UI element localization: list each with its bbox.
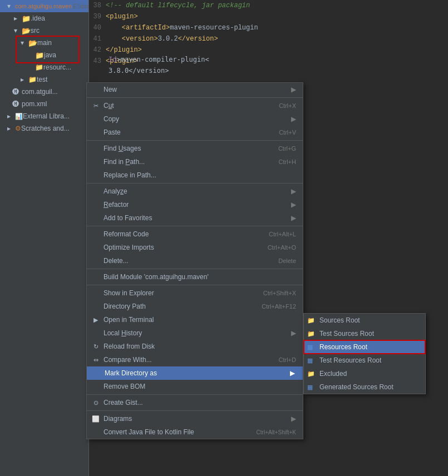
generated-sources-root-label: Generated Sources Root: [319, 383, 393, 391]
tree-item-com[interactable]: 🅜 com.atguil...: [0, 86, 88, 98]
java-label: java: [44, 51, 56, 59]
favorites-label: Add to Favorites: [104, 214, 152, 222]
submenu-item-resources-root[interactable]: ▦ Resources Root: [304, 340, 425, 354]
gist-label: Create Gist...: [104, 399, 143, 406]
menu-item-local-history[interactable]: Local History ▶: [87, 326, 303, 340]
expand-icon: [24, 51, 33, 60]
tree-item-ext-libs[interactable]: ▸ 📊 External Libra...: [0, 110, 88, 122]
menu-item-new[interactable]: New ▶: [87, 83, 303, 96]
new-label: New: [104, 86, 117, 93]
menu-item-diagrams[interactable]: ⬜ Diagrams ▶: [87, 412, 303, 425]
menu-item-show-explorer[interactable]: Show in Explorer Ctrl+Shift+X: [87, 286, 303, 300]
refactor-label: Refactor: [104, 201, 129, 209]
menu-item-find-usages[interactable]: Find Usages Ctrl+G: [87, 142, 303, 155]
diagrams-label: Diagrams: [104, 415, 132, 423]
tree-item-src[interactable]: ▾ 📂 src: [0, 24, 88, 37]
resources-root-label: Resources Root: [319, 343, 367, 351]
com-label: com.atguil...: [22, 88, 58, 96]
tree-item-project[interactable]: ▾ com.atguihgu.maven E:\idea\com.atg: [0, 0, 88, 12]
scratches-label: Scratches and...: [21, 125, 70, 132]
github-icon: ⊙: [91, 398, 100, 407]
main-folder-icon: 📂: [28, 39, 37, 47]
terminal-label: Open in Terminal: [104, 316, 154, 324]
compare-icon: ⇔: [91, 355, 100, 364]
context-menu: New ▶ ✂ Cut Ctrl+X Copy ▶ Paste Ctrl+V F…: [86, 82, 303, 439]
menu-item-paste[interactable]: Paste Ctrl+V: [87, 126, 303, 139]
test-folder-icon: 📁: [28, 76, 37, 83]
menu-item-convert[interactable]: Convert Java File to Kotlin File Ctrl+Al…: [87, 425, 303, 439]
scratches-icon: ▸: [4, 124, 13, 133]
mark-dir-label: Mark Directory as: [105, 369, 157, 377]
submenu-item-generated-sources-root[interactable]: ▦ Generated Sources Root: [304, 380, 425, 394]
expand-icon: ▾: [11, 26, 20, 35]
pom-label: pom.xml: [22, 100, 47, 108]
reload-icon: ↻: [91, 342, 100, 351]
menu-item-dir-path[interactable]: Directory Path Ctrl+Alt+F12: [87, 300, 303, 313]
tree-item-resources[interactable]: 📁 resourc...: [0, 61, 88, 73]
resources-label: resourc...: [43, 63, 71, 71]
excluded-label: Excluded: [319, 370, 347, 378]
separator-4: [87, 226, 303, 226]
convert-label: Convert Java File to Kotlin File: [104, 428, 194, 436]
resources-folder-icon: 📁: [35, 63, 43, 71]
menu-item-refactor[interactable]: Refactor ▶: [87, 198, 303, 211]
sources-root-label: Sources Root: [319, 316, 360, 324]
code-line-41: 41 <version>3.0.2</version>: [89, 33, 448, 44]
menu-item-mark-dir[interactable]: Mark Directory as ▶: [87, 366, 303, 380]
tree-item-java[interactable]: 📁 java: [0, 49, 88, 61]
menu-item-build[interactable]: Build Module 'com.atguihgu.maven': [87, 270, 303, 284]
separator-1: [87, 97, 303, 98]
excluded-icon: 📁: [307, 370, 315, 378]
package-icon: 🅜: [11, 87, 20, 96]
optimize-label: Optimize Imports: [104, 244, 154, 251]
menu-item-terminal[interactable]: ▶ Open in Terminal: [87, 313, 303, 326]
build-label: Build Module 'com.atguihgu.maven': [104, 273, 209, 281]
menu-item-remove-bom[interactable]: Remove BOM: [87, 380, 303, 393]
menu-item-find-path[interactable]: Find in Path... Ctrl+H: [87, 155, 303, 168]
submenu-item-excluded[interactable]: 📁 Excluded: [304, 367, 425, 380]
cut-icon: ✂: [91, 101, 100, 110]
submenu-arrow: ▶: [291, 86, 296, 93]
menu-item-cut[interactable]: ✂ Cut Ctrl+X: [87, 99, 303, 112]
analyze-arrow: ▶: [291, 187, 296, 195]
remove-bom-label: Remove BOM: [104, 383, 145, 390]
dir-path-label: Directory Path: [104, 303, 146, 310]
generated-sources-root-icon: ▦: [307, 384, 313, 391]
test-resources-root-icon: ▦: [307, 357, 313, 364]
tree-item-main[interactable]: ▾ 📂 main: [0, 37, 88, 49]
diagrams-icon: ⬜: [91, 414, 100, 423]
cut-shortcut: Ctrl+X: [279, 102, 296, 109]
submenu-item-test-resources-root[interactable]: ▦ Test Resources Root: [304, 354, 425, 367]
menu-item-copy[interactable]: Copy ▶: [87, 112, 303, 126]
reformat-shortcut: Ctrl+Alt+L: [269, 231, 296, 237]
menu-item-compare[interactable]: ⇔ Compare With... Ctrl+D: [87, 353, 303, 366]
tree-item-test[interactable]: ▸ 📁 test: [0, 73, 88, 86]
tree-item-pom[interactable]: 🅜 pom.xml: [0, 98, 88, 110]
delete-label: Delete...: [104, 257, 129, 265]
show-explorer-label: Show in Explorer: [104, 289, 154, 297]
submenu-item-test-sources-root[interactable]: 📁 Test Sources Root: [304, 327, 425, 340]
convert-shortcut: Ctrl+Alt+Shift+K: [257, 429, 296, 435]
menu-item-optimize[interactable]: Optimize Imports Ctrl+Alt+O: [87, 241, 303, 254]
tree-item-scratches[interactable]: ▸ ⚙ Scratches and...: [0, 122, 88, 135]
copy-label: Copy: [104, 115, 119, 123]
idea-label: .idea: [31, 14, 45, 22]
menu-item-replace-path[interactable]: Replace in Path...: [87, 168, 303, 182]
menu-item-gist[interactable]: ⊙ Create Gist...: [87, 396, 303, 409]
menu-item-analyze[interactable]: Analyze ▶: [87, 185, 303, 198]
test-resources-root-label: Test Resources Root: [319, 356, 381, 364]
code-line-42: 42 </plugin>: [89, 44, 448, 56]
reformat-label: Reformat Code: [104, 230, 149, 238]
menu-item-favorites[interactable]: Add to Favorites ▶: [87, 211, 303, 225]
menu-item-reformat[interactable]: Reformat Code Ctrl+Alt+L: [87, 227, 303, 241]
delete-shortcut: Delete: [278, 257, 296, 264]
pom-icon: 🅜: [11, 100, 20, 108]
code-line-40: 40 <artifactId>maven-resources-plugin: [89, 22, 448, 33]
menu-item-delete[interactable]: Delete... Delete: [87, 254, 303, 267]
resources-root-icon: ▦: [307, 344, 313, 351]
submenu-item-sources-root[interactable]: 📁 Sources Root: [304, 314, 425, 327]
main-label: main: [37, 39, 52, 47]
menu-item-reload[interactable]: ↻ Reload from Disk: [87, 340, 303, 353]
paste-shortcut: Ctrl+V: [279, 129, 296, 136]
tree-item-idea[interactable]: ▸ 📁 .idea: [0, 12, 88, 24]
